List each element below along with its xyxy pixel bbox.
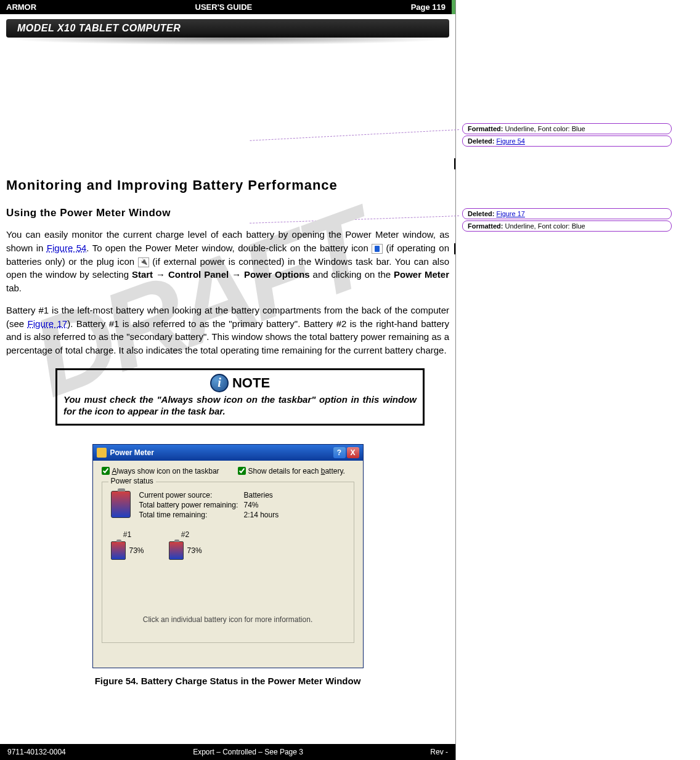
status-v1: Batteries [244, 491, 273, 499]
status-lines: Current power source:Batteries Total bat… [139, 491, 279, 519]
p1-bold2: Power Meter [394, 269, 449, 280]
status-line-2: Total battery power remaining:74% [139, 501, 279, 509]
revision-group-1: Formatted: Underline, Font color: Blue D… [462, 123, 694, 147]
figure-caption: Figure 54. Battery Charge Status in the … [6, 676, 449, 686]
window-icon [97, 448, 107, 458]
battery-2-icon [169, 541, 184, 560]
battery-icon [372, 244, 383, 254]
paragraph-1: You can easily monitor the current charg… [6, 228, 449, 295]
p2-text-b: ). Battery #1 is also referred to as the… [6, 318, 449, 356]
battery-2-pct: 73% [187, 546, 202, 555]
check1-label: Always show icon on the taskbar [112, 467, 219, 475]
status-v3: 2:14 hours [244, 511, 279, 519]
battery-large-icon [111, 491, 131, 518]
revision-deleted-1: Deleted: Figure 54 [462, 135, 672, 147]
power-status-group: Power status Current power source:Batter… [102, 482, 354, 643]
battery-1-pct: 73% [129, 546, 144, 555]
show-details-checkbox[interactable]: Show details for each battery. [238, 467, 345, 475]
footer-right: Rev - [430, 748, 448, 756]
revision-formatted-1: Formatted: Underline, Font color: Blue [462, 123, 672, 134]
footer-left: 9711-40132-0004 [7, 748, 66, 756]
revision-sidebar: Formatted: Underline, Font color: Blue D… [456, 0, 700, 760]
revision-deleted-2: Deleted: Figure 17 [462, 208, 672, 219]
battery-1[interactable]: #1 73% [111, 530, 144, 560]
hint-text: Click an individual battery icon for mor… [111, 615, 345, 624]
header-center: USER'S GUIDE [195, 2, 253, 12]
footer-bar: 9711-40132-0004 Export – Controlled – Se… [0, 744, 455, 760]
paragraph-2: Battery #1 is the left-most battery when… [6, 304, 449, 357]
group-title: Power status [108, 477, 156, 485]
change-bar-1 [454, 158, 455, 169]
footer-center: Export – Controlled – See Page 3 [193, 748, 303, 756]
status-section: Current power source:Batteries Total bat… [111, 491, 345, 519]
status-line-1: Current power source:Batteries [139, 491, 279, 499]
battery-2-label: #2 [181, 530, 189, 539]
check1-input[interactable] [102, 467, 110, 475]
p1-bold1: Start → Control Panel → Power Options [132, 269, 310, 280]
content: DRAFT Monitoring and Improving Battery P… [0, 38, 455, 686]
change-bar-2 [454, 243, 455, 254]
window-titlebar: Power Meter ? X [93, 445, 363, 461]
note-title: NOTE [232, 375, 270, 391]
battery-1-label: #1 [123, 530, 131, 539]
window-body: Always show icon on the taskbar Show det… [93, 461, 363, 668]
figure-54-link[interactable]: Figure 54 [47, 243, 87, 253]
p1-text-f: tab. [6, 283, 22, 293]
power-meter-screenshot: Power Meter ? X Always show icon on the … [92, 444, 364, 668]
help-button[interactable]: ? [333, 447, 346, 458]
note-header: i NOTE [63, 374, 417, 392]
window-title: Power Meter [110, 448, 330, 457]
header-left: ARMOR [6, 2, 36, 12]
info-icon: i [210, 374, 229, 392]
heading-sub: Using the Power Meter Window [6, 207, 449, 219]
header-right: Page 119 [411, 2, 446, 12]
window-buttons: ? X [333, 447, 359, 458]
close-button[interactable]: X [347, 447, 359, 458]
status-v2: 74% [244, 501, 259, 509]
revision-formatted-2: Formatted: Underline, Font color: Blue [462, 220, 672, 232]
r1b-link[interactable]: Figure 54 [496, 137, 524, 145]
header-bar: ARMOR USER'S GUIDE Page 119 [0, 0, 455, 14]
check2-label: Show details for each battery. [248, 467, 345, 475]
page-container: ARMOR USER'S GUIDE Page 119 MODEL X10 TA… [0, 0, 700, 760]
r2a-link[interactable]: Figure 17 [496, 210, 524, 217]
status-line-3: Total time remaining:2:14 hours [139, 511, 279, 519]
r2b-text: Underline, Font color: Blue [503, 222, 585, 230]
heading-main: Monitoring and Improving Battery Perform… [6, 177, 449, 193]
p1-text-e: and clicking on the [310, 269, 394, 280]
revision-group-2: Deleted: Figure 17 Formatted: Underline,… [462, 208, 694, 232]
battery-2[interactable]: #2 73% [169, 530, 202, 560]
p1-text-b: . To open the Power Meter window, double… [86, 243, 372, 253]
battery-row: #1 73% #2 73% [111, 530, 345, 560]
check2-input[interactable] [238, 467, 246, 475]
checkbox-row: Always show icon on the taskbar Show det… [102, 467, 354, 475]
plug-icon [138, 257, 149, 267]
battery-1-icon [111, 541, 126, 560]
main-page: ARMOR USER'S GUIDE Page 119 MODEL X10 TA… [0, 0, 456, 760]
model-bar: MODEL X10 TABLET COMPUTER [6, 19, 449, 38]
note-box: i NOTE You must check the "Always show i… [55, 368, 425, 426]
note-body: You must check the "Always show icon on … [63, 394, 417, 418]
figure-17-link[interactable]: Figure 17 [28, 318, 68, 329]
r1a-text: Underline, Font color: Blue [503, 125, 585, 132]
always-show-checkbox[interactable]: Always show icon on the taskbar [102, 467, 219, 475]
